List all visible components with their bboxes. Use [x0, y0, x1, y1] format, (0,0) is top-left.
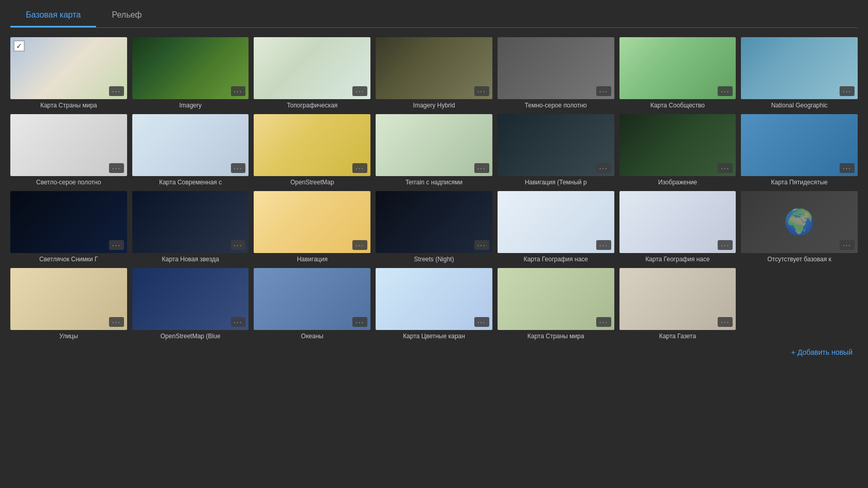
- map-label: Imagery Hybrid: [376, 102, 492, 109]
- map-label: OpenStreetMap: [254, 179, 370, 186]
- map-thumbnail: ···: [254, 37, 370, 99]
- map-label: Изображение: [619, 179, 736, 186]
- more-options-button[interactable]: ···: [109, 317, 124, 327]
- more-options-button[interactable]: ···: [231, 240, 246, 250]
- map-label: Карта Современная с: [132, 179, 249, 186]
- more-options-button[interactable]: ···: [840, 240, 855, 250]
- map-item-nova[interactable]: ··· Карта Новая звезда: [132, 191, 249, 263]
- map-item-nav-dark[interactable]: ··· Навигация (Темный р: [498, 114, 614, 186]
- map-item-light-gray[interactable]: ··· Светло-серое полотно: [10, 114, 127, 186]
- map-thumbnail: ···: [254, 268, 370, 330]
- map-item-dark-gray[interactable]: ··· Темно-серое полотно: [498, 37, 614, 109]
- more-options-button[interactable]: ···: [109, 163, 124, 173]
- map-item-fifty[interactable]: ··· Карта Пятидесятые: [741, 114, 858, 186]
- map-thumbnail: ···: [10, 268, 127, 330]
- map-label: Карта Страны мира: [498, 333, 614, 340]
- more-options-button[interactable]: ···: [596, 317, 611, 327]
- map-label: Светлячок Снимки Г: [10, 256, 127, 263]
- more-options-button[interactable]: ···: [596, 240, 611, 250]
- more-options-button[interactable]: ···: [718, 240, 733, 250]
- map-item-nav[interactable]: ··· Навигация: [254, 191, 370, 263]
- more-options-button[interactable]: ···: [352, 317, 367, 327]
- main-container: Базовая карта Рельеф ✓ ··· Карта Страны …: [0, 0, 868, 367]
- more-options-button[interactable]: ···: [474, 240, 489, 250]
- tab-basemap[interactable]: Базовая карта: [10, 5, 96, 27]
- map-item-oceans[interactable]: ··· Океаны: [254, 268, 370, 340]
- map-thumbnail: ···: [619, 191, 736, 253]
- more-options-button[interactable]: ···: [109, 86, 124, 96]
- map-item-imagery[interactable]: ··· Imagery: [132, 37, 249, 109]
- map-item-firefly[interactable]: ··· Светлячок Снимки Г: [10, 191, 127, 263]
- more-options-button[interactable]: ···: [474, 163, 489, 173]
- map-thumbnail: ···: [376, 268, 492, 330]
- map-label: Карта География насе: [619, 256, 736, 263]
- map-thumbnail: ···: [254, 114, 370, 176]
- more-options-button[interactable]: ···: [840, 86, 855, 96]
- map-thumbnail: ···: [376, 191, 492, 253]
- more-options-button[interactable]: ···: [474, 317, 489, 327]
- map-thumbnail: ···: [741, 37, 858, 99]
- more-options-button[interactable]: ···: [352, 86, 367, 96]
- add-new-button[interactable]: + Добавить новый: [10, 340, 858, 356]
- map-label: Карта Газета: [619, 333, 736, 340]
- map-item-modern[interactable]: ··· Карта Современная с: [132, 114, 249, 186]
- map-item-imagery-hybrid[interactable]: ··· Imagery Hybrid: [376, 37, 492, 109]
- more-options-button[interactable]: ···: [352, 163, 367, 173]
- more-options-button[interactable]: ···: [718, 86, 733, 96]
- map-item-no-basemap[interactable]: 🌍 ··· Отсутствует базовая к: [741, 191, 858, 263]
- map-label: Карта Новая звезда: [132, 256, 249, 263]
- map-label: OpenStreetMap (Blue: [132, 333, 249, 340]
- map-item-terrain[interactable]: ··· Terrain с надписями: [376, 114, 492, 186]
- tabs-bar: Базовая карта Рельеф: [10, 0, 858, 28]
- map-item-newspaper[interactable]: ··· Карта Газета: [619, 268, 736, 340]
- map-item-world-map[interactable]: ✓ ··· Карта Страны мира: [10, 37, 127, 109]
- map-label: Terrain с надписями: [376, 179, 492, 186]
- map-label: National Geographic: [741, 102, 858, 109]
- tab-relief[interactable]: Рельеф: [96, 5, 157, 27]
- map-thumbnail: ···: [254, 191, 370, 253]
- more-options-button[interactable]: ···: [231, 86, 246, 96]
- map-label: Отсутствует базовая к: [741, 256, 858, 263]
- map-item-osm-blue[interactable]: ··· OpenStreetMap (Blue: [132, 268, 249, 340]
- more-options-button[interactable]: ···: [231, 163, 246, 173]
- map-item-color-pencil[interactable]: ··· Карта Цветные каран: [376, 268, 492, 340]
- map-thumbnail: ···: [132, 37, 249, 99]
- map-label: Темно-серое полотно: [498, 102, 614, 109]
- map-item-natgeo[interactable]: ··· National Geographic: [741, 37, 858, 109]
- map-item-world-map2[interactable]: ··· Карта Страны мира: [498, 268, 614, 340]
- more-options-button[interactable]: ···: [231, 317, 246, 327]
- map-thumbnail: ···: [10, 114, 127, 176]
- more-options-button[interactable]: ···: [596, 86, 611, 96]
- more-options-button[interactable]: ···: [352, 240, 367, 250]
- map-label: Навигация (Темный р: [498, 179, 614, 186]
- map-item-topo[interactable]: ··· Топографическая: [254, 37, 370, 109]
- more-options-button[interactable]: ···: [840, 163, 855, 173]
- map-label: Топографическая: [254, 102, 370, 109]
- more-options-button[interactable]: ···: [109, 240, 124, 250]
- map-item-osm[interactable]: ··· OpenStreetMap: [254, 114, 370, 186]
- map-thumbnail: ···: [376, 37, 492, 99]
- map-item-geo-pop[interactable]: ··· Карта География насе: [498, 191, 614, 263]
- map-label: Океаны: [254, 333, 370, 340]
- map-thumbnail: ···: [498, 191, 614, 253]
- more-options-button[interactable]: ···: [596, 163, 611, 173]
- globe-icon: 🌍: [784, 208, 815, 237]
- map-label: Карта Пятидесятые: [741, 179, 858, 186]
- more-options-button[interactable]: ···: [718, 163, 733, 173]
- map-item-streets-night[interactable]: ··· Streets (Night): [376, 191, 492, 263]
- map-thumbnail: ···: [132, 268, 249, 330]
- more-options-button[interactable]: ···: [474, 86, 489, 96]
- map-thumbnail: ···: [741, 114, 858, 176]
- map-label: Карта География насе: [498, 256, 614, 263]
- map-item-community[interactable]: ··· Карта Сообщество: [619, 37, 736, 109]
- check-icon: ✓: [13, 40, 25, 52]
- map-item-image2[interactable]: ··· Изображение: [619, 114, 736, 186]
- map-label: Imagery: [132, 102, 249, 109]
- map-label: Карта Сообщество: [619, 102, 736, 109]
- map-thumbnail: ···: [619, 37, 736, 99]
- map-thumbnail: ···: [619, 268, 736, 330]
- map-item-geo-pop2[interactable]: ··· Карта География насе: [619, 191, 736, 263]
- more-options-button[interactable]: ···: [718, 317, 733, 327]
- map-thumbnail: ···: [10, 191, 127, 253]
- map-item-streets[interactable]: ··· Улицы: [10, 268, 127, 340]
